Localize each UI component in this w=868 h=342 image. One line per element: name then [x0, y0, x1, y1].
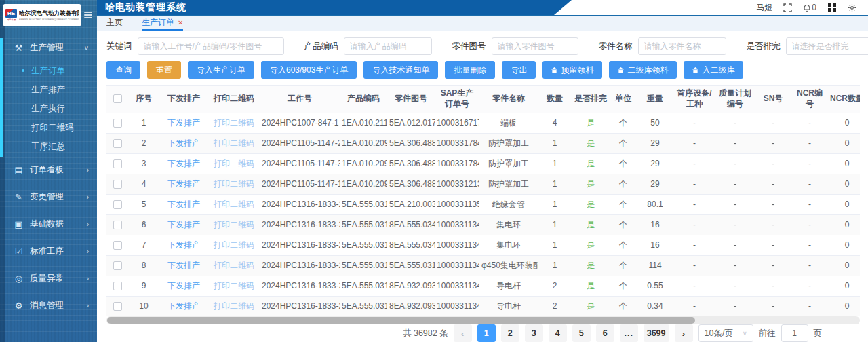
row-checkbox[interactable]: [113, 139, 122, 148]
kanban-icon: ▤: [14, 165, 24, 175]
tab-home[interactable]: 主页: [106, 16, 123, 31]
print-qr-link[interactable]: 打印二维码: [214, 281, 254, 290]
dispatch-link[interactable]: 下发排产: [167, 301, 200, 311]
import-tech-notice-button[interactable]: 导入技术通知单: [363, 61, 438, 79]
page-button-3[interactable]: 3: [525, 324, 543, 342]
notifications[interactable]: 0: [803, 3, 816, 12]
row-checkbox[interactable]: [113, 221, 122, 229]
collapse-sidebar-icon[interactable]: [84, 12, 92, 18]
export-button[interactable]: 导出: [502, 61, 536, 79]
page-button-1[interactable]: 1: [477, 324, 496, 342]
print-qr-link[interactable]: 打印二维码: [214, 179, 254, 189]
sorted-select[interactable]: 请选择是否排完 ∨: [786, 37, 868, 55]
l2-in-button[interactable]: 入二级库: [684, 61, 743, 79]
dispatch-link[interactable]: 下发排产: [167, 159, 200, 168]
sidebar-group-订单看板[interactable]: ▤订单看板›: [0, 156, 97, 183]
print-qr-link[interactable]: 打印二维码: [214, 301, 254, 311]
current-user[interactable]: 马煜: [756, 2, 772, 14]
part-name-input[interactable]: [638, 37, 726, 55]
row-checkbox[interactable]: [113, 159, 122, 168]
scrollbar-thumb[interactable]: [107, 317, 695, 324]
part-number-input[interactable]: [492, 37, 578, 55]
sidebar-group-基础数据[interactable]: ▣基础数据›: [0, 210, 97, 238]
next-page-button[interactable]: ›: [675, 324, 693, 342]
l2-pick-button[interactable]: 二级库领料: [609, 61, 677, 79]
horizontal-scrollbar[interactable]: [106, 316, 860, 324]
select-all-checkbox[interactable]: [113, 94, 122, 103]
row-checkbox[interactable]: [113, 200, 122, 209]
import-603-button[interactable]: 导入603/903生产订单: [261, 61, 357, 79]
cell-sn: -: [755, 276, 791, 296]
dispatch-link[interactable]: 下发排产: [167, 138, 200, 148]
print-qr-link[interactable]: 打印二维码: [214, 240, 254, 250]
print-qr-link[interactable]: 打印二维码: [214, 200, 254, 209]
row-checkbox[interactable]: [113, 180, 122, 189]
page-button-5[interactable]: 5: [572, 324, 591, 342]
cell-no: 8: [128, 255, 159, 276]
row-checkbox[interactable]: [113, 302, 122, 311]
query-button[interactable]: 查询: [106, 61, 140, 79]
row-checkbox[interactable]: [113, 261, 122, 270]
prev-page-button[interactable]: ‹: [454, 324, 472, 342]
sidebar-group-变更管理[interactable]: ✎变更管理›: [0, 183, 97, 210]
page-size-select[interactable]: 10条/页 ∨: [698, 324, 753, 342]
print-qr-link[interactable]: 打印二维码: [214, 138, 254, 148]
tab-production-order[interactable]: 生产订单 ✕: [142, 16, 183, 31]
cell-name: 端板: [479, 113, 538, 133]
sidebar-group-消息管理[interactable]: ⚙消息管理›: [0, 292, 97, 319]
dispatch-link[interactable]: 下发排产: [167, 118, 200, 128]
keyword-input[interactable]: [138, 37, 284, 55]
sidebar-item-工序汇总[interactable]: 工序汇总: [0, 137, 97, 156]
settings-gear-icon[interactable]: [847, 3, 857, 13]
cell-name: 防护罩加工: [479, 153, 538, 174]
sidebar-item-打印二维码[interactable]: 打印二维码: [0, 118, 97, 137]
he-logo-mark: HE 哈电集团: [5, 9, 17, 21]
table-row: 7下发排产打印二维码2024HPC1316-1833-25EA.555.0312…: [106, 235, 860, 255]
dispatch-link[interactable]: 下发排产: [167, 220, 200, 229]
row-checkbox[interactable]: [113, 119, 122, 128]
apps-grid-icon[interactable]: [827, 3, 837, 13]
row-checkbox[interactable]: [113, 282, 122, 290]
row-checkbox[interactable]: [113, 241, 122, 250]
reserve-pick-button[interactable]: 预留领料: [542, 61, 602, 79]
sidebar-item-生产排产[interactable]: 生产排产: [0, 80, 97, 99]
import-order-button[interactable]: 导入生产订单: [188, 61, 254, 79]
cell-sn: -: [755, 133, 791, 153]
print-qr-link[interactable]: 打印二维码: [214, 159, 254, 168]
goto-page-input[interactable]: [781, 324, 808, 342]
sidebar-group-label: 消息管理: [30, 300, 81, 311]
page-button-4[interactable]: 4: [549, 324, 567, 342]
sidebar-group-标准工序[interactable]: ☑标准工序›: [0, 238, 97, 265]
product-code-input[interactable]: [344, 37, 432, 55]
page-button-6[interactable]: 6: [596, 324, 614, 342]
reset-button[interactable]: 重置: [147, 61, 181, 79]
dispatch-link[interactable]: 下发排产: [167, 240, 200, 250]
sidebar-group-质量异常[interactable]: ◎质量异常›: [0, 265, 97, 292]
dispatch-link[interactable]: 下发排产: [167, 261, 200, 270]
print-qr-link[interactable]: 打印二维码: [214, 261, 254, 270]
cell-ncr_qty: 0: [828, 255, 860, 276]
sidebar-item-生产执行[interactable]: 生产执行: [0, 99, 97, 118]
print-qr-link[interactable]: 打印二维码: [214, 220, 254, 229]
cell-name: 防护罩加工: [479, 133, 538, 153]
page-button-2[interactable]: 2: [501, 324, 519, 342]
cell-sap: 10003317841: [435, 153, 479, 174]
dispatch-link-cell: 下发排产: [159, 214, 208, 235]
dispatch-link[interactable]: 下发排产: [167, 281, 200, 290]
cell-ncr: -: [791, 276, 828, 296]
cell-done: 是: [572, 194, 610, 214]
print-qr-link[interactable]: 打印二维码: [214, 118, 254, 128]
dispatch-link[interactable]: 下发排产: [167, 179, 200, 189]
close-tab-icon[interactable]: ✕: [178, 19, 183, 26]
fullscreen-icon[interactable]: [783, 3, 793, 13]
page-button-3699[interactable]: 3699: [644, 324, 669, 342]
more-pages-button[interactable]: ...: [620, 324, 638, 342]
dispatch-link[interactable]: 下发排产: [167, 200, 200, 209]
chevron-right-icon: ›: [87, 302, 89, 309]
cell-unit: 个: [610, 133, 637, 153]
batch-delete-button[interactable]: 批量删除: [445, 61, 495, 79]
sidebar-group-生产管理[interactable]: ⚒生产管理∨: [0, 34, 97, 61]
cell-done: 是: [572, 235, 610, 255]
sidebar-item-生产订单[interactable]: 生产订单: [0, 61, 97, 80]
cell-ncr: -: [791, 235, 828, 255]
